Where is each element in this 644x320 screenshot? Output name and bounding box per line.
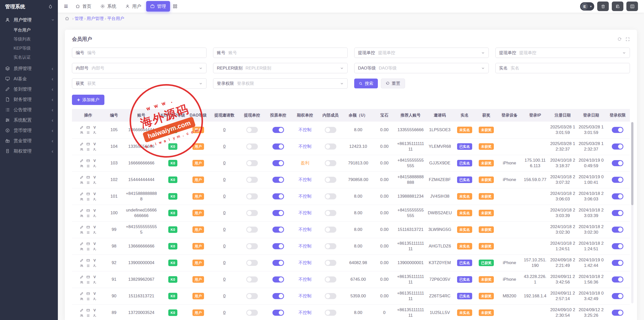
option-control-link[interactable]: 不控制 bbox=[299, 177, 311, 182]
user-check-icon[interactable] bbox=[91, 297, 98, 301]
withdraw-control-toggle[interactable] bbox=[246, 227, 258, 233]
sidebar-item-9[interactable]: 赏金管理‹ bbox=[0, 135, 58, 146]
option-control-link[interactable]: 不控制 bbox=[299, 244, 311, 248]
invite-count-link[interactable]: 0 bbox=[223, 127, 225, 132]
edit-icon[interactable] bbox=[78, 291, 85, 296]
table-scrollbar[interactable] bbox=[631, 122, 633, 303]
list-icon[interactable] bbox=[85, 280, 91, 284]
v-icon[interactable]: V bbox=[91, 208, 98, 213]
v-icon[interactable]: V bbox=[91, 291, 98, 296]
filter-internal-number[interactable]: 内部号 内部号 bbox=[72, 63, 207, 73]
expand-icon[interactable] bbox=[625, 37, 630, 42]
login-permission-toggle[interactable] bbox=[612, 127, 623, 133]
internal-member-toggle[interactable] bbox=[325, 293, 336, 299]
option-control-link[interactable]: 不控制 bbox=[299, 294, 311, 298]
list-icon[interactable] bbox=[85, 231, 91, 234]
login-permission-toggle[interactable] bbox=[612, 160, 623, 166]
v-icon[interactable]: V bbox=[91, 241, 98, 246]
vote-control-toggle[interactable] bbox=[272, 276, 284, 282]
vote-control-toggle[interactable] bbox=[272, 293, 284, 299]
internal-member-toggle[interactable] bbox=[325, 243, 336, 249]
sidebar-item-3[interactable]: AI基金‹ bbox=[0, 74, 58, 84]
withdraw-control-toggle[interactable] bbox=[246, 260, 258, 266]
hamburger-icon[interactable]: ≡ bbox=[64, 3, 68, 10]
invite-count-link[interactable]: 0 bbox=[223, 277, 225, 282]
nav-tab-4[interactable]: 管理 bbox=[146, 1, 170, 12]
filter-login-permission[interactable]: 登录权限 登录权限 bbox=[213, 78, 348, 89]
trash-button[interactable] bbox=[597, 2, 609, 11]
filter-repler-level[interactable]: REPLER级别 REPLER级别 bbox=[213, 63, 348, 73]
filter-withdraw-control-2[interactable]: 提现单控 提现单控 bbox=[495, 48, 630, 58]
sidebar-subitem-4[interactable]: 实名认证 bbox=[0, 53, 58, 62]
internal-member-toggle[interactable] bbox=[325, 310, 336, 316]
option-control-link[interactable]: 不控制 bbox=[299, 310, 311, 315]
internal-member-toggle[interactable] bbox=[325, 227, 336, 233]
wallet-icon[interactable] bbox=[85, 241, 91, 246]
user-check-icon[interactable] bbox=[91, 264, 98, 268]
list-icon[interactable] bbox=[85, 314, 91, 317]
columns-button[interactable] bbox=[626, 2, 638, 11]
list-icon[interactable] bbox=[85, 164, 91, 168]
search-button[interactable]: 搜索 bbox=[354, 79, 378, 88]
internal-member-toggle[interactable] bbox=[325, 144, 336, 150]
list-icon[interactable] bbox=[85, 131, 91, 134]
withdraw-control-toggle[interactable] bbox=[246, 144, 258, 150]
vote-control-toggle[interactable] bbox=[272, 160, 284, 166]
internal-member-toggle[interactable] bbox=[325, 260, 336, 266]
list-icon[interactable] bbox=[85, 297, 91, 301]
list-icon[interactable] bbox=[85, 148, 91, 151]
vote-control-toggle[interactable] bbox=[272, 260, 284, 266]
wallet-icon[interactable] bbox=[85, 125, 91, 130]
users-icon[interactable] bbox=[78, 181, 85, 185]
scrollbar-thumb[interactable] bbox=[631, 122, 633, 205]
option-control-link[interactable]: 不控制 bbox=[299, 144, 311, 149]
refresh-icon[interactable] bbox=[617, 37, 622, 42]
edit-icon[interactable] bbox=[78, 275, 85, 279]
wallet-icon[interactable] bbox=[85, 258, 91, 263]
wallet-icon[interactable] bbox=[85, 208, 91, 213]
withdraw-control-toggle[interactable] bbox=[246, 160, 258, 166]
home-icon[interactable] bbox=[65, 16, 69, 21]
users-icon[interactable] bbox=[78, 131, 85, 134]
v-icon[interactable]: V bbox=[91, 142, 98, 146]
nav-tab-1[interactable]: 首页 bbox=[71, 1, 95, 12]
edit-button[interactable] bbox=[612, 2, 623, 11]
invite-count-link[interactable]: 0 bbox=[223, 210, 225, 215]
users-icon[interactable] bbox=[78, 164, 85, 168]
users-icon[interactable] bbox=[78, 280, 85, 284]
login-permission-toggle[interactable] bbox=[612, 227, 623, 233]
invite-count-link[interactable]: 0 bbox=[223, 177, 225, 182]
user-check-icon[interactable] bbox=[91, 280, 98, 284]
option-control-link[interactable]: 不控制 bbox=[299, 227, 311, 232]
list-icon[interactable] bbox=[85, 214, 91, 218]
breadcrumb-item[interactable]: 平台用户 bbox=[107, 16, 124, 21]
withdraw-control-toggle[interactable] bbox=[246, 177, 258, 183]
user-check-icon[interactable] bbox=[91, 214, 98, 218]
edit-icon[interactable] bbox=[78, 241, 85, 246]
reset-button[interactable]: 重置 bbox=[381, 79, 405, 88]
users-icon[interactable] bbox=[78, 197, 85, 201]
users-icon[interactable] bbox=[78, 264, 85, 268]
option-control-link[interactable]: 不控制 bbox=[299, 277, 311, 282]
wallet-icon[interactable] bbox=[85, 158, 91, 163]
invite-count-link[interactable]: 0 bbox=[223, 244, 225, 248]
login-permission-toggle[interactable] bbox=[612, 310, 623, 316]
edit-icon[interactable] bbox=[78, 158, 85, 163]
account-input[interactable] bbox=[228, 50, 344, 55]
sidebar-item-8[interactable]: 货币管理‹ bbox=[0, 125, 58, 135]
user-menu[interactable]: E ▾ bbox=[580, 2, 594, 11]
sidebar-subitem-3[interactable]: KEP等级 bbox=[0, 44, 58, 53]
invite-count-link[interactable]: 0 bbox=[223, 260, 225, 265]
sidebar-item-6[interactable]: 公告管理‹ bbox=[0, 104, 58, 115]
sidebar-item-7[interactable]: 系统配置‹ bbox=[0, 115, 58, 125]
wallet-icon[interactable] bbox=[85, 308, 91, 312]
edit-icon[interactable] bbox=[78, 125, 85, 130]
invite-count-link[interactable]: 0 bbox=[223, 144, 225, 149]
vote-control-toggle[interactable] bbox=[272, 227, 284, 233]
sidebar-item-2[interactable]: 质押管理‹ bbox=[0, 63, 58, 74]
internal-member-toggle[interactable] bbox=[325, 160, 336, 166]
user-check-icon[interactable] bbox=[91, 247, 98, 251]
edit-icon[interactable] bbox=[78, 308, 85, 312]
option-control-link[interactable]: 不控制 bbox=[299, 260, 311, 265]
option-control-link[interactable]: 不控制 bbox=[299, 194, 311, 199]
